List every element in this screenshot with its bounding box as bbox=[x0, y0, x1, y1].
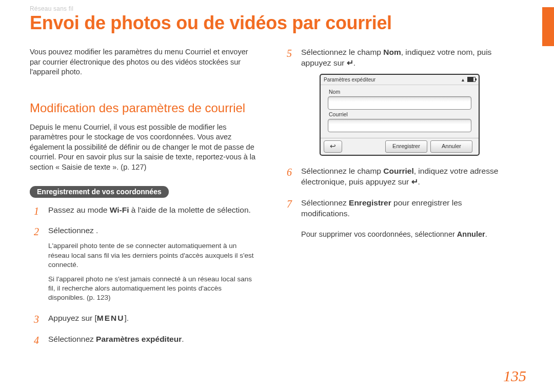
side-tab bbox=[542, 7, 554, 46]
step-4-text-c: . bbox=[182, 335, 184, 343]
step-7-bold: Enregistrer bbox=[349, 198, 391, 207]
device-name-label: Nom bbox=[329, 88, 471, 95]
step-3-text-a: Appuyez sur [ bbox=[48, 314, 97, 322]
step-4-bold: Paramètres expéditeur bbox=[96, 335, 182, 343]
step-2: Sélectionnez . L'appareil photo tente de… bbox=[30, 225, 260, 302]
step-4-text-a: Sélectionnez bbox=[48, 335, 96, 343]
page-number: 135 bbox=[503, 367, 526, 385]
step-3-text-b: ]. bbox=[124, 314, 129, 322]
section-body: Depuis le menu Courriel, il vous est pos… bbox=[30, 122, 260, 173]
device-screenshot: Paramètres expéditeur Nom Courriel bbox=[320, 74, 480, 156]
deletion-bold: Annuler bbox=[457, 230, 485, 238]
step-6-d: . bbox=[418, 177, 420, 186]
step-2-note-a: L'appareil photo tente de se connecter a… bbox=[48, 241, 260, 270]
enter-icon: ↵ bbox=[347, 58, 353, 69]
cancel-button[interactable]: Annuler bbox=[430, 140, 472, 153]
section-heading: Modification des paramètres de courriel bbox=[30, 101, 260, 115]
step-7: Sélectionnez Enregistrer pour enregistre… bbox=[283, 198, 512, 219]
step-1-text-a: Passez au mode bbox=[48, 205, 110, 214]
device-email-label: Courriel bbox=[329, 111, 471, 118]
step-6-a: Sélectionnez le champ bbox=[301, 167, 383, 175]
breadcrumb: Réseau sans fil bbox=[30, 5, 523, 12]
deletion-c: . bbox=[485, 230, 487, 238]
back-icon: ↩ bbox=[330, 141, 336, 151]
device-email-input[interactable] bbox=[328, 119, 471, 132]
step-5-bold: Nom bbox=[383, 48, 401, 56]
battery-icon bbox=[467, 77, 476, 82]
deletion-note: Pour supprimer vos coordonnées, sélectio… bbox=[283, 230, 512, 240]
wifi-icon bbox=[461, 76, 465, 84]
step-6-bold: Courriel bbox=[383, 167, 413, 175]
device-header-title: Paramètres expéditeur bbox=[324, 76, 375, 84]
step-4: Sélectionnez Paramètres expéditeur. bbox=[30, 334, 260, 345]
wifi-label: Wi-Fi bbox=[110, 205, 129, 214]
step-2-note-b: Si l'appareil photo ne s'est jamais conn… bbox=[48, 275, 260, 303]
step-3: Appuyez sur [MENU]. bbox=[30, 313, 260, 324]
intro-text: Vous pouvez modifier les paramètres du m… bbox=[30, 47, 260, 77]
step-7-a: Sélectionnez bbox=[301, 198, 349, 207]
menu-label: MENU bbox=[97, 314, 125, 322]
enter-icon-2: ↵ bbox=[411, 177, 418, 188]
deletion-a: Pour supprimer vos coordonnées, sélectio… bbox=[301, 230, 457, 238]
save-button[interactable]: Enregistrer bbox=[385, 140, 427, 153]
device-name-input[interactable] bbox=[328, 96, 471, 110]
step-1: Passez au mode Wi-Fi à l'aide de la mole… bbox=[30, 205, 260, 216]
back-button[interactable]: ↩ bbox=[324, 140, 342, 153]
subsection-pill: Enregistrement de vos coordonnées bbox=[30, 186, 169, 198]
step-1-text-b: à l'aide de la molette de sélection. bbox=[129, 205, 251, 214]
page-title: Envoi de photos ou de vidéos par courrie… bbox=[30, 12, 523, 34]
step-2-text: Sélectionnez . bbox=[48, 226, 98, 235]
step-6: Sélectionnez le champ Courriel, indiquez… bbox=[283, 166, 512, 188]
step-5-d: . bbox=[353, 58, 355, 67]
step-5: Sélectionnez le champ Nom, indiquez votr… bbox=[283, 47, 512, 156]
step-5-a: Sélectionnez le champ bbox=[301, 48, 383, 56]
